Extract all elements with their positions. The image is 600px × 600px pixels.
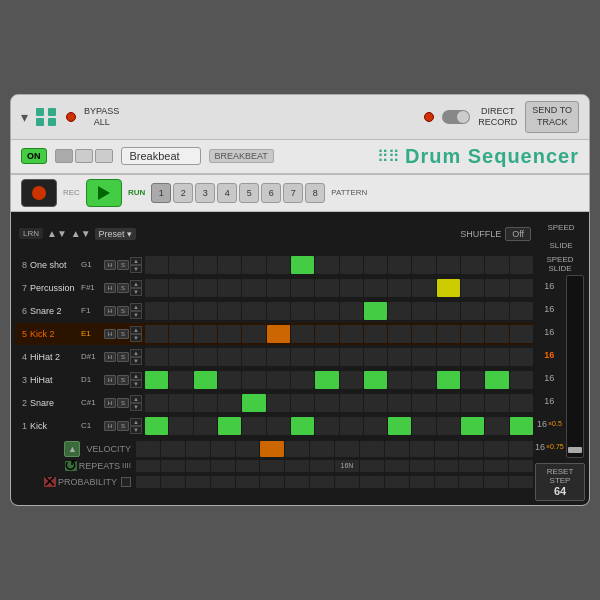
run-button[interactable] (86, 179, 122, 207)
step-cell[interactable] (510, 394, 533, 412)
step-cell[interactable] (267, 325, 290, 343)
on-button[interactable]: ON (21, 148, 47, 164)
step-cell[interactable] (194, 394, 217, 412)
off-button[interactable]: Off (505, 227, 531, 241)
s-btn[interactable]: S (117, 352, 129, 362)
step-cell[interactable] (218, 279, 241, 297)
step-cell[interactable] (194, 348, 217, 366)
step-cell[interactable] (485, 394, 508, 412)
prob-cell[interactable] (509, 476, 533, 488)
step-cell[interactable] (291, 348, 314, 366)
step-cell[interactable] (242, 325, 265, 343)
step-cell[interactable] (145, 325, 168, 343)
step-cell[interactable] (194, 371, 217, 389)
send-to-track-button[interactable]: SEND TO TRACK (525, 101, 579, 132)
up-arrow-icon[interactable]: ▲ (130, 303, 142, 311)
rep-cell[interactable] (459, 460, 483, 472)
step-cell[interactable] (364, 394, 387, 412)
vel-cell[interactable] (310, 441, 334, 457)
step-cell[interactable] (340, 371, 363, 389)
step-cell[interactable] (461, 256, 484, 274)
step-cell[interactable] (412, 325, 435, 343)
step-cell[interactable] (169, 417, 192, 435)
prob-cell[interactable] (285, 476, 309, 488)
prob-cell[interactable] (136, 476, 160, 488)
step-cell[interactable] (437, 325, 460, 343)
step-cell[interactable] (315, 417, 338, 435)
step-cell[interactable] (291, 279, 314, 297)
step-cell[interactable] (218, 371, 241, 389)
sq-btn-2[interactable] (75, 149, 93, 163)
step-cell[interactable] (242, 279, 265, 297)
prob-cell[interactable] (484, 476, 508, 488)
step-cell[interactable] (437, 417, 460, 435)
step-cell[interactable] (412, 417, 435, 435)
step-cell[interactable] (412, 279, 435, 297)
step-cell[interactable] (485, 256, 508, 274)
step-cell[interactable] (364, 325, 387, 343)
step-cell[interactable] (485, 417, 508, 435)
down-arrow-icon[interactable]: ▼ (130, 380, 142, 388)
vel-cell[interactable] (509, 441, 533, 457)
rep-cell[interactable] (484, 460, 508, 472)
s-btn[interactable]: S (117, 329, 129, 339)
step-cell[interactable] (412, 302, 435, 320)
step-cell[interactable] (412, 348, 435, 366)
h-btn[interactable]: H (104, 306, 116, 316)
rep-cell[interactable] (161, 460, 185, 472)
rep-cell-16n[interactable]: 16N (335, 460, 359, 472)
down-arrow-icon[interactable]: ▼ (130, 403, 142, 411)
vel-cell[interactable] (410, 441, 434, 457)
step-cell[interactable] (340, 325, 363, 343)
step-cell[interactable] (364, 256, 387, 274)
vel-cell[interactable] (236, 441, 260, 457)
pattern-btn-2[interactable]: 2 (173, 183, 193, 203)
step-cell[interactable] (437, 394, 460, 412)
step-cell[interactable] (412, 371, 435, 389)
velocity-up-button[interactable]: ▲ (64, 441, 80, 457)
pattern-btn-5[interactable]: 5 (239, 183, 259, 203)
step-cell[interactable] (437, 371, 460, 389)
step-cell[interactable] (242, 256, 265, 274)
step-cell[interactable] (145, 279, 168, 297)
step-cell[interactable] (169, 348, 192, 366)
step-cell[interactable] (388, 371, 411, 389)
step-cell[interactable] (242, 302, 265, 320)
down-arrow-icon[interactable]: ▼ (130, 265, 142, 273)
preset-dropdown[interactable]: Preset ▾ (95, 228, 136, 240)
step-cell[interactable] (437, 302, 460, 320)
step-cell[interactable] (169, 279, 192, 297)
step-cell[interactable] (267, 302, 290, 320)
step-cell[interactable] (485, 325, 508, 343)
sq-btn-1[interactable] (55, 149, 73, 163)
step-cell[interactable] (510, 371, 533, 389)
step-cell[interactable] (315, 371, 338, 389)
step-cell[interactable] (242, 394, 265, 412)
h-btn[interactable]: H (104, 375, 116, 385)
vel-cell[interactable] (335, 441, 359, 457)
step-cell[interactable] (364, 348, 387, 366)
h-btn[interactable]: H (104, 260, 116, 270)
step-cell[interactable] (340, 279, 363, 297)
up-arrow-icon[interactable]: ▲ (130, 257, 142, 265)
step-cell[interactable] (388, 394, 411, 412)
step-cell[interactable] (267, 394, 290, 412)
step-cell[interactable] (510, 302, 533, 320)
step-cell[interactable] (388, 302, 411, 320)
prob-cell[interactable] (161, 476, 185, 488)
prob-cell[interactable] (360, 476, 384, 488)
preset-name[interactable]: Breakbeat (121, 147, 201, 165)
step-cell[interactable] (315, 348, 338, 366)
s-btn[interactable]: S (117, 375, 129, 385)
up-arrow-icon[interactable]: ▲ (130, 418, 142, 426)
step-cell[interactable] (291, 371, 314, 389)
step-cell[interactable] (364, 279, 387, 297)
step-cell[interactable] (169, 394, 192, 412)
step-cell[interactable] (437, 279, 460, 297)
down-arrow-icon[interactable]: ▼ (130, 311, 142, 319)
step-cell[interactable] (461, 325, 484, 343)
step-cell[interactable] (242, 417, 265, 435)
pattern-btn-3[interactable]: 3 (195, 183, 215, 203)
step-cell[interactable] (291, 325, 314, 343)
step-cell[interactable] (169, 302, 192, 320)
